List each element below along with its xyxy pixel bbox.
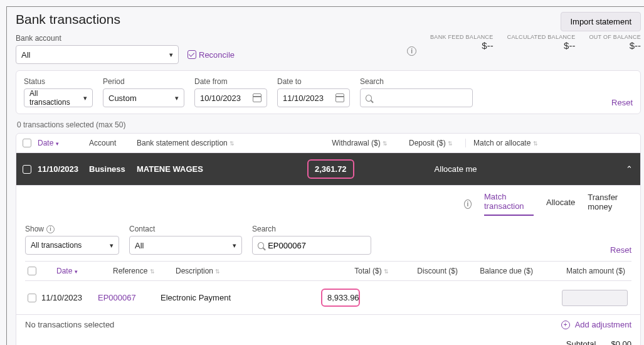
mcol-discount[interactable]: Discount ($) [389, 267, 458, 275]
contact-value: All [135, 241, 144, 250]
search-icon [258, 242, 264, 249]
collapse-icon[interactable]: ⌃ [626, 164, 633, 174]
chevron-down-icon: ▾ [169, 51, 173, 59]
selection-count: 0 transactions selected (max 50) [17, 120, 640, 129]
chevron-down-icon: ▾ [83, 94, 87, 102]
mcol-date[interactable]: Date ▾ [56, 267, 113, 275]
mcol-match-amount[interactable]: Match amount ($) [533, 267, 629, 275]
show-value: All transactions [31, 241, 82, 250]
match-row-description: Electronic Payment [161, 293, 309, 302]
out-of-balance-label: OUT OF BALANCE [589, 34, 641, 40]
match-row-reference[interactable]: EP000067 [98, 293, 161, 302]
mcol-total[interactable]: Total ($) ⇅ [339, 267, 389, 275]
subtotal-value: $0.00 [611, 339, 631, 345]
info-icon[interactable]: i [46, 225, 55, 233]
col-deposit[interactable]: Deposit ($) ⇅ [390, 139, 453, 147]
search-input[interactable] [360, 88, 473, 107]
date-from-value: 10/10/2023 [200, 93, 241, 103]
match-search-input[interactable] [252, 236, 371, 255]
row-description: MATENE WAGES [137, 164, 312, 174]
calculated-balance-value: $-- [507, 40, 576, 51]
contact-label: Contact [129, 225, 242, 233]
date-to-input[interactable]: 11/10/2023 [277, 88, 350, 107]
transaction-row[interactable]: 11/10/2023 Business MATENE WAGES 2,361.7… [16, 153, 640, 185]
match-row: 11/10/2023 EP000067 Electronic Payment 8… [25, 281, 631, 314]
select-all-checkbox[interactable] [23, 139, 31, 147]
date-to-label: Date to [277, 77, 350, 86]
match-reset-link[interactable]: Reset [610, 245, 631, 255]
match-search-label: Search [252, 225, 371, 233]
chevron-down-icon: ▾ [233, 242, 236, 250]
match-row-total: 8,933.96 [327, 293, 359, 302]
calculated-balance-label: CALCULATED BALANCE [507, 34, 576, 40]
contact-select[interactable]: All ▾ [129, 236, 242, 255]
bank-feed-balance-label: BANK FEED BALANCE [430, 34, 494, 40]
match-row-date: 11/10/2023 [41, 293, 98, 302]
row-withdrawal: 2,361.72 [315, 164, 347, 174]
mcol-reference[interactable]: Reference ⇅ [113, 267, 176, 275]
reconcile-link[interactable]: Reconcile [187, 50, 235, 60]
chevron-down-icon: ▾ [175, 94, 179, 102]
bank-account-select[interactable]: All ▾ [16, 45, 179, 64]
date-to-value: 11/10/2023 [283, 93, 324, 103]
row-withdrawal-highlight: 2,361.72 [307, 159, 354, 179]
period-label: Period [103, 77, 184, 86]
no-transactions-selected: No transactions selected [25, 320, 114, 329]
period-value: Custom [108, 93, 137, 103]
reconcile-icon [187, 50, 196, 59]
show-select[interactable]: All transactions ▾ [25, 236, 119, 255]
period-select[interactable]: Custom ▾ [103, 88, 184, 107]
col-account[interactable]: Account [89, 139, 137, 147]
col-withdrawal[interactable]: Withdrawal ($) ⇅ [325, 139, 388, 147]
search-icon [366, 95, 372, 102]
tab-match-transaction[interactable]: Match transaction [484, 192, 534, 216]
chevron-down-icon: ▾ [110, 242, 113, 250]
row-date: 11/10/2023 [38, 164, 89, 174]
bank-feed-balance-value: $-- [430, 40, 494, 51]
match-search-field[interactable] [268, 241, 366, 250]
add-adjustment-label: Add adjustment [575, 320, 631, 329]
page-title: Bank transactions [16, 12, 120, 27]
date-from-input[interactable]: 10/10/2023 [194, 88, 267, 107]
match-select-all-checkbox[interactable] [28, 267, 36, 275]
search-field[interactable] [376, 93, 467, 103]
out-of-balance-value: $-- [589, 40, 641, 51]
plus-icon: + [561, 321, 570, 329]
match-row-checkbox[interactable] [28, 294, 36, 302]
row-checkbox[interactable] [23, 165, 31, 174]
match-row-total-highlight: 8,933.96 [321, 289, 360, 307]
status-select[interactable]: All transactions ▾ [24, 88, 93, 107]
bank-account-value: All [21, 50, 30, 60]
mcol-description[interactable]: Description ⇅ [176, 267, 339, 275]
row-allocate[interactable]: Allocate me [435, 164, 634, 174]
calendar-icon[interactable] [335, 93, 344, 102]
status-value: All transactions [29, 89, 80, 107]
reset-link[interactable]: Reset [611, 98, 633, 107]
bank-account-label: Bank account [16, 34, 235, 43]
mcol-balance-due[interactable]: Balance due ($) [458, 267, 533, 275]
show-label: Show i [25, 225, 119, 233]
info-icon[interactable]: i [464, 199, 472, 209]
info-icon[interactable]: i [407, 46, 416, 56]
subtotal-label: Subtotal [566, 339, 596, 345]
tab-allocate[interactable]: Allocate [546, 198, 575, 211]
date-from-label: Date from [194, 77, 267, 86]
reconcile-label: Reconcile [199, 50, 235, 60]
col-date[interactable]: Date ▾ [38, 139, 89, 147]
row-account: Business [89, 164, 137, 174]
tab-transfer-money[interactable]: Transfer money [588, 193, 631, 215]
status-label: Status [24, 77, 93, 86]
col-match[interactable]: Match or allocate ⇅ [465, 139, 634, 147]
import-statement-button[interactable]: Import statement [561, 12, 641, 31]
add-adjustment-link[interactable]: + Add adjustment [561, 320, 631, 329]
col-description[interactable]: Bank statement description ⇅ [137, 139, 325, 147]
calendar-icon[interactable] [253, 93, 261, 102]
search-label: Search [360, 77, 473, 86]
match-amount-input[interactable] [562, 290, 628, 306]
